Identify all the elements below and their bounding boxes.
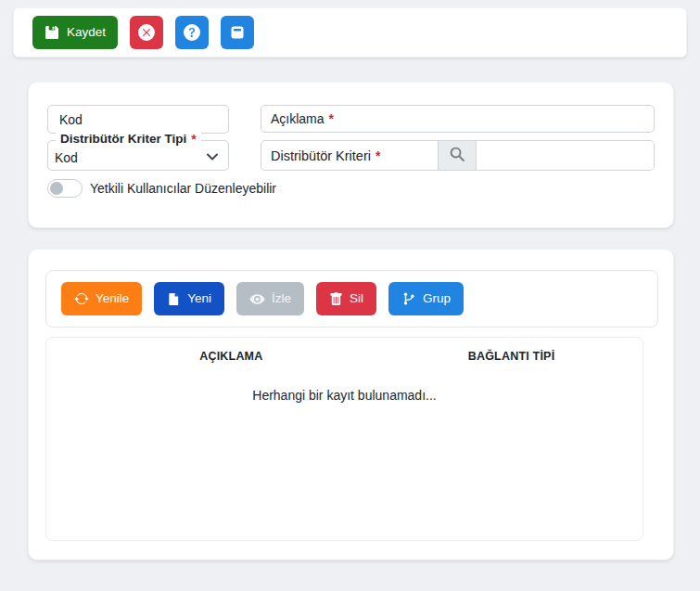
criteria-type-label: Distribütör Kriter Tipi xyxy=(60,132,186,147)
question-circle-icon xyxy=(184,24,200,41)
description-input[interactable]: Açıklama * xyxy=(261,105,655,133)
file-icon xyxy=(167,292,181,306)
group-button[interactable]: Grup xyxy=(388,282,464,315)
trash-icon xyxy=(329,292,343,306)
toggle-knob xyxy=(50,182,63,195)
empty-records-message: Herhangi bir kayıt bulunamadı... xyxy=(46,388,643,403)
chevron-down-icon xyxy=(205,149,220,168)
list-toolbar: Yenile Yeni İzle xyxy=(45,270,658,328)
branch-icon xyxy=(401,291,416,306)
criteria-search-button[interactable] xyxy=(438,141,477,170)
code-input[interactable]: Kod xyxy=(47,105,229,134)
table-header-description: AÇIKLAMA xyxy=(46,350,416,363)
help-button[interactable] xyxy=(175,16,209,49)
required-asterisk: * xyxy=(191,132,196,147)
authorized-users-toggle-label: Yetkili Kullanıcılar Düzenleyebilir xyxy=(90,179,276,198)
criteria-type-select[interactable]: Distribütör Kriter Tipi * Kod xyxy=(47,140,229,171)
form-card: Kod Açıklama * Distribütör Kriter Tipi *… xyxy=(28,82,674,228)
floppy-save-icon xyxy=(45,25,59,40)
refresh-button-label: Yenile xyxy=(95,292,129,305)
delete-button[interactable]: Sil xyxy=(316,282,376,315)
save-button[interactable]: Kaydet xyxy=(32,16,118,49)
table-header-link-type: BAĞLANTI TİPİ xyxy=(416,350,607,363)
delete-button-label: Sil xyxy=(350,292,363,305)
distributor-criteria-group: Distribütör Kriteri * xyxy=(261,140,655,171)
code-input-label: Kod xyxy=(59,112,83,127)
window-card-icon xyxy=(229,24,246,41)
window-button[interactable] xyxy=(221,16,254,49)
refresh-button[interactable]: Yenile xyxy=(61,282,142,315)
authorized-users-toggle[interactable] xyxy=(47,179,83,198)
required-asterisk: * xyxy=(329,111,334,126)
criteria-value-input[interactable] xyxy=(477,141,654,170)
cancel-button[interactable] xyxy=(130,16,163,49)
toolbar-card: Kaydet xyxy=(13,7,687,58)
table-header-spacer xyxy=(606,350,643,363)
table-header-row: AÇIKLAMA BAĞLANTI TİPİ xyxy=(46,350,643,363)
new-button[interactable]: Yeni xyxy=(154,282,224,315)
records-table: AÇIKLAMA BAĞLANTI TİPİ Herhangi bir kayı… xyxy=(45,337,643,541)
search-icon xyxy=(449,146,465,165)
description-input-label: Açıklama xyxy=(271,111,325,126)
distributor-criteria-label: Distribütör Kriteri xyxy=(271,148,371,163)
new-button-label: Yeni xyxy=(187,292,211,305)
view-button[interactable]: İzle xyxy=(236,282,304,315)
criteria-type-selected-value: Kod xyxy=(55,150,78,165)
save-button-label: Kaydet xyxy=(67,26,106,39)
list-card: Yenile Yeni İzle xyxy=(28,249,674,560)
view-button-label: İzle xyxy=(272,292,291,305)
x-circle-icon xyxy=(138,24,155,41)
required-asterisk: * xyxy=(375,148,380,163)
eye-icon xyxy=(249,291,265,307)
group-button-label: Grup xyxy=(423,292,451,305)
refresh-icon xyxy=(74,291,89,306)
